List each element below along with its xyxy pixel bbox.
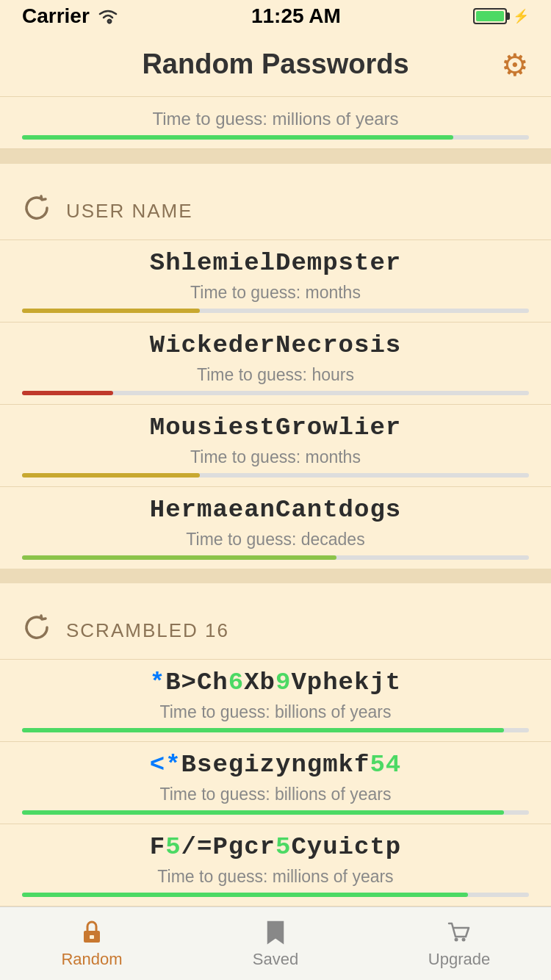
- svg-point-2: [455, 937, 458, 941]
- bar-0-0: [22, 309, 529, 313]
- page-title: Random Passwords: [142, 48, 408, 80]
- battery-fill: [476, 11, 504, 21]
- bar-0-1: [22, 391, 529, 395]
- app-header: Random Passwords ⚙: [0, 32, 551, 97]
- section-divider-top: [0, 149, 551, 164]
- scrambled-refresh-icon[interactable]: [22, 613, 51, 649]
- cart-icon: [446, 919, 472, 945]
- time-label-0-2: Time to guess: months: [22, 447, 529, 467]
- bar-fill-0-0: [22, 309, 200, 313]
- top-strength-bar-fill: [22, 135, 453, 140]
- svg-point-3: [462, 937, 466, 941]
- username-refresh-icon[interactable]: [22, 193, 51, 229]
- password-text-0-1: WickederNecrosis: [22, 331, 529, 359]
- tab-upgrade[interactable]: Upgrade: [367, 919, 551, 969]
- tab-saved-label: Saved: [253, 950, 298, 969]
- bar-0-2: [22, 473, 529, 478]
- tab-bar: Random Saved Upgrade: [0, 907, 551, 980]
- wifi-icon: [97, 8, 119, 24]
- pw-part: /=Pgcr: [181, 833, 276, 861]
- time-label-0-3: Time to guess: decades: [22, 530, 529, 550]
- pw-part: 6: [228, 669, 244, 696]
- password-item-1-1[interactable]: <*Bsegizyngmkf54 Time to guess: billions…: [0, 741, 551, 824]
- time-label-0-0: Time to guess: months: [22, 283, 529, 303]
- password-item-0-2[interactable]: MousiestGrowlier Time to guess: months: [0, 404, 551, 486]
- svg-rect-1: [90, 935, 94, 939]
- scrambled-section: SCRAMBLED 16 *B>Ch6Xb9Vphekjt Time to gu…: [0, 598, 551, 957]
- status-right: ⚡: [473, 8, 529, 24]
- main-content: USER NAME ShlemielDempster Time to guess…: [0, 179, 551, 980]
- pw-part: B>Ch: [165, 669, 228, 696]
- bar-fill-1-1: [22, 810, 504, 815]
- pw-part: 9: [276, 669, 291, 696]
- pw-part: Bsegizyngmkf: [181, 751, 370, 779]
- password-text-0-0: ShlemielDempster: [22, 249, 529, 277]
- lock-icon: [79, 919, 105, 945]
- time-label-1-2: Time to guess: millions of years: [22, 867, 529, 887]
- tab-random[interactable]: Random: [0, 919, 184, 969]
- time-label-1-1: Time to guess: billions of years: [22, 785, 529, 804]
- password-text-0-2: MousiestGrowlier: [22, 414, 529, 442]
- password-text-1-2: F5/=Pgcr5Cyuictp: [22, 833, 529, 861]
- password-item-0-3[interactable]: HermaeanCantdogs Time to guess: decades: [0, 486, 551, 569]
- username-section-header: USER NAME: [0, 179, 551, 239]
- pw-part: Cyuictp: [291, 833, 401, 861]
- status-left: Carrier: [22, 4, 119, 28]
- status-time: 11:25 AM: [251, 4, 341, 28]
- top-strength-section: Time to guess: millions of years: [0, 97, 551, 149]
- pw-part: Vphekjt: [291, 669, 401, 696]
- bolt-icon: ⚡: [513, 8, 529, 24]
- top-strength-label: Time to guess: millions of years: [22, 109, 529, 129]
- tab-upgrade-label: Upgrade: [428, 950, 490, 969]
- scrambled-section-title: SCRAMBLED 16: [66, 619, 229, 642]
- password-item-1-2[interactable]: F5/=Pgcr5Cyuictp Time to guess: millions…: [0, 824, 551, 906]
- top-strength-bar-bg: [22, 135, 529, 140]
- bar-fill-0-3: [22, 555, 336, 560]
- pw-part: 54: [370, 751, 401, 779]
- pw-part: <*: [150, 751, 181, 779]
- time-label-0-1: Time to guess: hours: [22, 365, 529, 385]
- pw-part: Xb: [244, 669, 276, 696]
- carrier-label: Carrier: [22, 4, 90, 28]
- settings-button[interactable]: ⚙: [501, 46, 529, 82]
- bookmark-icon: [262, 919, 289, 945]
- bar-0-3: [22, 555, 529, 560]
- password-item-0-0[interactable]: ShlemielDempster Time to guess: months: [0, 239, 551, 322]
- time-label-1-0: Time to guess: billions of years: [22, 702, 529, 722]
- password-text-0-3: HermaeanCantdogs: [22, 496, 529, 524]
- password-text-1-1: <*Bsegizyngmkf54: [22, 751, 529, 779]
- gear-icon: ⚙: [501, 47, 529, 82]
- battery-indicator: [473, 8, 507, 24]
- bar-fill-1-0: [22, 728, 504, 732]
- bar-1-0: [22, 728, 529, 732]
- bar-fill-0-2: [22, 473, 200, 478]
- bar-fill-1-2: [22, 893, 468, 897]
- section-divider-mid: [0, 569, 551, 583]
- pw-part: 5: [276, 833, 291, 861]
- tab-random-label: Random: [61, 950, 122, 969]
- password-text-1-0: *B>Ch6Xb9Vphekjt: [22, 669, 529, 696]
- battery-cap: [507, 12, 510, 20]
- bar-fill-0-1: [22, 391, 113, 395]
- username-section: USER NAME ShlemielDempster Time to guess…: [0, 179, 551, 569]
- bar-1-1: [22, 810, 529, 815]
- tab-saved[interactable]: Saved: [184, 919, 367, 969]
- pw-part: 5: [165, 833, 181, 861]
- pw-part: F: [150, 833, 165, 861]
- bar-1-2: [22, 893, 529, 897]
- scrambled-section-header: SCRAMBLED 16: [0, 598, 551, 659]
- password-item-0-1[interactable]: WickederNecrosis Time to guess: hours: [0, 322, 551, 404]
- pw-part: *: [150, 669, 165, 696]
- status-bar: Carrier 11:25 AM ⚡: [0, 0, 551, 32]
- username-section-title: USER NAME: [66, 200, 193, 223]
- password-item-1-0[interactable]: *B>Ch6Xb9Vphekjt Time to guess: billions…: [0, 659, 551, 741]
